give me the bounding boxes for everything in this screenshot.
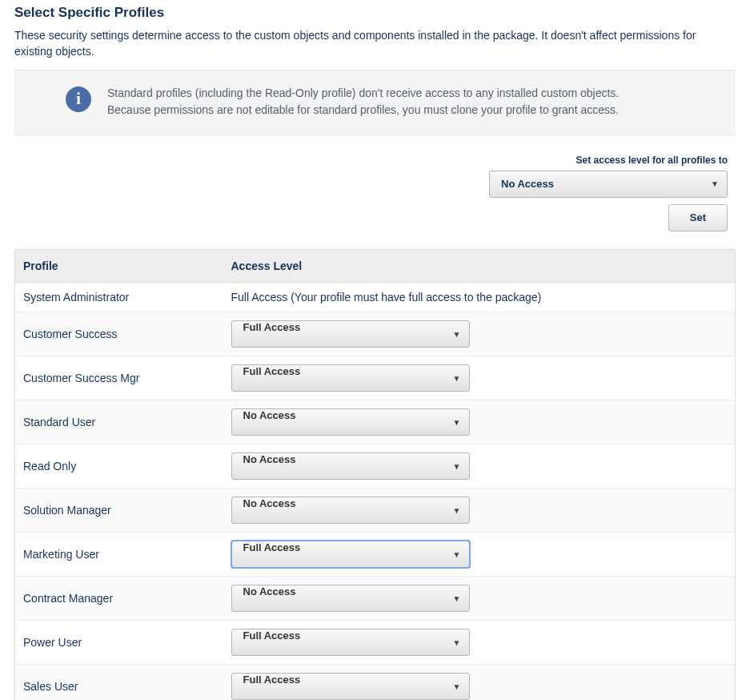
access-level-value: No Access xyxy=(243,585,296,597)
access-level-select[interactable]: No Access▼ xyxy=(231,408,470,436)
table-row: Marketing UserFull Access▼ xyxy=(15,532,736,576)
access-level-value: Full Access xyxy=(243,630,301,642)
access-level-value: Full Access xyxy=(243,674,301,686)
chevron-down-icon: ▼ xyxy=(453,549,461,558)
profile-access-cell: No Access▼ xyxy=(223,576,736,620)
table-row: Sales UserFull Access▼ xyxy=(15,664,736,700)
chevron-down-icon: ▼ xyxy=(711,171,719,197)
profile-access-cell: Full Access▼ xyxy=(223,356,736,400)
profile-access-cell: No Access▼ xyxy=(223,400,736,444)
access-level-value: Full Access xyxy=(243,321,301,333)
profile-access-cell: Full Access▼ xyxy=(223,312,736,356)
profile-name-cell: Customer Success Mgr xyxy=(15,356,223,400)
table-row: Customer SuccessFull Access▼ xyxy=(15,312,736,356)
access-level-value: No Access xyxy=(243,453,296,465)
chevron-down-icon: ▼ xyxy=(453,638,461,646)
access-level-select[interactable]: No Access▼ xyxy=(231,497,470,524)
chevron-down-icon: ▼ xyxy=(453,417,461,426)
profile-access-cell: Full Access▼ xyxy=(223,532,736,576)
profile-access-cell: No Access▼ xyxy=(223,488,736,532)
table-row-admin: System Administrator Full Access (Your p… xyxy=(15,282,736,312)
table-row: Standard UserNo Access▼ xyxy=(15,400,736,444)
access-level-value: Full Access xyxy=(243,541,301,553)
chevron-down-icon: ▼ xyxy=(453,461,461,470)
info-panel: i Standard profiles (including the Read-… xyxy=(14,70,736,135)
profile-name-cell: Power User xyxy=(15,620,223,664)
profile-name-cell: Customer Success xyxy=(15,312,223,356)
profile-access-cell: Full Access▼ xyxy=(223,620,736,664)
set-button[interactable]: Set xyxy=(668,204,728,231)
chevron-down-icon: ▼ xyxy=(453,329,461,338)
table-row: Read OnlyNo Access▼ xyxy=(15,444,736,488)
chevron-down-icon: ▼ xyxy=(453,682,461,690)
access-level-value: No Access xyxy=(243,409,296,421)
page-title: Select Specific Profiles xyxy=(14,5,736,21)
profile-access-cell: Full Access▼ xyxy=(223,664,736,700)
info-icon: i xyxy=(66,86,91,112)
access-level-select[interactable]: No Access▼ xyxy=(231,453,470,480)
profile-name-cell: Standard User xyxy=(15,400,223,444)
chevron-down-icon: ▼ xyxy=(453,373,461,382)
global-access-label: Set access level for all profiles to xyxy=(14,155,728,166)
chevron-down-icon: ▼ xyxy=(453,505,461,514)
profile-name-cell: Read Only xyxy=(15,444,223,488)
page-description: These security settings determine access… xyxy=(14,27,736,60)
col-header-profile: Profile xyxy=(15,249,223,282)
access-level-select[interactable]: Full Access▼ xyxy=(231,629,470,656)
profile-name-cell: Marketing User xyxy=(15,532,223,576)
info-text: Standard profiles (including the Read-On… xyxy=(107,85,628,119)
profile-access-cell: No Access▼ xyxy=(223,444,736,488)
chevron-down-icon: ▼ xyxy=(453,593,461,602)
global-access-select-value: No Access xyxy=(501,178,554,190)
profile-name-cell: Sales User xyxy=(15,664,223,700)
access-level-select[interactable]: No Access▼ xyxy=(231,585,470,612)
profile-name-cell: Solution Manager xyxy=(15,488,223,532)
profile-access-note: Full Access (Your profile must have full… xyxy=(223,282,736,312)
table-row: Customer Success MgrFull Access▼ xyxy=(15,356,736,400)
access-level-select[interactable]: Full Access▼ xyxy=(231,364,470,392)
profile-name-cell: System Administrator xyxy=(15,282,223,312)
access-level-select[interactable]: Full Access▼ xyxy=(231,673,470,700)
table-row: Power UserFull Access▼ xyxy=(15,620,736,664)
table-row: Contract ManagerNo Access▼ xyxy=(15,576,736,620)
access-level-value: No Access xyxy=(243,497,296,509)
table-row: Solution ManagerNo Access▼ xyxy=(15,488,736,532)
global-access-select[interactable]: No Access ▼ xyxy=(489,171,728,198)
profiles-table: Profile Access Level System Administrato… xyxy=(14,249,736,700)
col-header-access: Access Level xyxy=(223,249,736,282)
access-level-select[interactable]: Full Access▼ xyxy=(231,541,470,568)
access-level-value: Full Access xyxy=(243,365,301,377)
profile-name-cell: Contract Manager xyxy=(15,576,223,620)
access-level-select[interactable]: Full Access▼ xyxy=(231,320,470,348)
